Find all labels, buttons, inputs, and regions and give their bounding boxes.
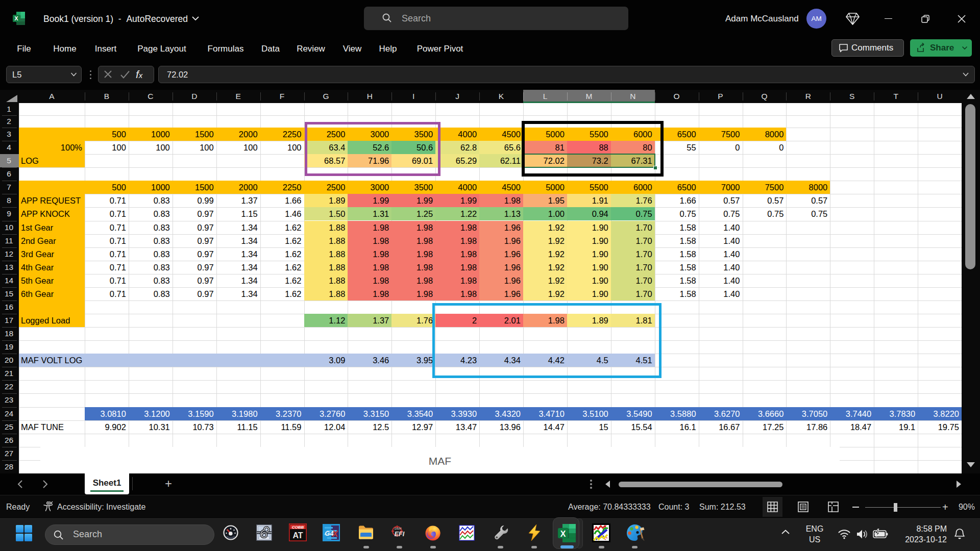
svg-text:AT: AT (292, 531, 303, 540)
svg-text:X: X (332, 530, 338, 538)
svg-text:DSM: DSM (395, 527, 401, 530)
svg-text:EFI: EFI (395, 531, 405, 538)
svg-text:COBB: COBB (292, 525, 304, 530)
svg-text:X: X (560, 530, 566, 538)
